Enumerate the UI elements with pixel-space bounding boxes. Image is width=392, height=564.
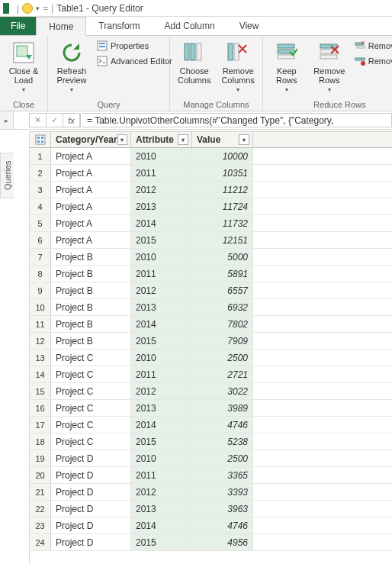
- row-number[interactable]: 17: [30, 417, 51, 433]
- table-row[interactable]: 9Project B20126557: [30, 282, 392, 299]
- cell-value[interactable]: 12151: [192, 232, 253, 248]
- table-row[interactable]: 4Project A201311724: [30, 198, 392, 215]
- cell-value[interactable]: 5891: [192, 266, 253, 282]
- cell-value[interactable]: 10000: [192, 148, 253, 164]
- row-number[interactable]: 24: [30, 534, 51, 550]
- row-number[interactable]: 23: [30, 517, 51, 533]
- row-number[interactable]: 18: [30, 433, 51, 450]
- cell-category[interactable]: Project C: [51, 417, 131, 433]
- advanced-editor-button[interactable]: Advanced Editor: [95, 54, 174, 68]
- remove-duplicates-button[interactable]: Remove D: [353, 39, 392, 53]
- cell-category[interactable]: Project A: [51, 148, 131, 164]
- cell-attribute[interactable]: 2010: [131, 249, 192, 265]
- cell-value[interactable]: 11724: [192, 198, 253, 214]
- cell-attribute[interactable]: 2010: [131, 350, 192, 366]
- cell-attribute[interactable]: 2013: [131, 299, 192, 315]
- cell-category[interactable]: Project B: [51, 316, 131, 332]
- cell-value[interactable]: 6932: [192, 299, 253, 315]
- table-row[interactable]: 16Project C20133989: [30, 400, 392, 417]
- cell-category[interactable]: Project C: [51, 366, 131, 382]
- cell-attribute[interactable]: 2015: [131, 534, 192, 550]
- row-number[interactable]: 4: [30, 198, 51, 214]
- cell-attribute[interactable]: 2015: [131, 232, 192, 248]
- table-row[interactable]: 1Project A201010000: [30, 148, 392, 165]
- row-number[interactable]: 12: [30, 333, 51, 349]
- column-header-category-year[interactable]: Category/Year ▾: [51, 132, 131, 147]
- row-number[interactable]: 7: [30, 249, 51, 265]
- cell-attribute[interactable]: 2014: [131, 215, 192, 231]
- cell-category[interactable]: Project B: [51, 266, 131, 282]
- cell-attribute[interactable]: 2010: [131, 148, 192, 164]
- tab-transform[interactable]: Transform: [86, 17, 152, 35]
- cell-attribute[interactable]: 2011: [131, 266, 192, 282]
- cell-category[interactable]: Project C: [51, 433, 131, 450]
- cell-attribute[interactable]: 2012: [131, 383, 192, 399]
- row-number[interactable]: 8: [30, 266, 51, 282]
- cell-category[interactable]: Project B: [51, 333, 131, 349]
- row-number[interactable]: 5: [30, 215, 51, 231]
- cell-attribute[interactable]: 2013: [131, 198, 192, 214]
- cell-value[interactable]: 3393: [192, 484, 253, 500]
- row-number[interactable]: 1: [30, 148, 51, 164]
- table-row[interactable]: 5Project A201411732: [30, 215, 392, 232]
- cell-attribute[interactable]: 2011: [131, 467, 192, 483]
- properties-button[interactable]: Properties: [95, 39, 174, 53]
- remove-errors-button[interactable]: Remove Er: [353, 54, 392, 68]
- cell-category[interactable]: Project C: [51, 383, 131, 399]
- table-row[interactable]: 3Project A201211212: [30, 182, 392, 198]
- cell-category[interactable]: Project A: [51, 182, 131, 198]
- table-row[interactable]: 8Project B20115891: [30, 266, 392, 282]
- row-number[interactable]: 21: [30, 484, 51, 500]
- cell-value[interactable]: 6557: [192, 282, 253, 298]
- cell-value[interactable]: 11212: [192, 182, 253, 198]
- table-row[interactable]: 19Project D20102500: [30, 450, 392, 467]
- table-row[interactable]: 21Project D20123393: [30, 484, 392, 501]
- row-number[interactable]: 16: [30, 400, 51, 416]
- cell-value[interactable]: 11732: [192, 215, 253, 231]
- row-number[interactable]: 19: [30, 450, 51, 466]
- collapse-nav-icon[interactable]: ▸: [0, 111, 14, 129]
- cell-value[interactable]: 3963: [192, 501, 253, 517]
- cell-category[interactable]: Project C: [51, 350, 131, 366]
- cell-category[interactable]: Project B: [51, 249, 131, 265]
- cell-category[interactable]: Project B: [51, 282, 131, 298]
- queries-pane-tab[interactable]: Queries: [0, 153, 14, 198]
- cell-category[interactable]: Project C: [51, 400, 131, 416]
- table-row[interactable]: 14Project C20112721: [30, 366, 392, 383]
- cell-category[interactable]: Project A: [51, 215, 131, 231]
- cancel-formula-icon[interactable]: ✕: [30, 114, 47, 127]
- tab-view[interactable]: View: [227, 17, 272, 35]
- row-number[interactable]: 13: [30, 350, 51, 366]
- row-number[interactable]: 14: [30, 366, 51, 382]
- cell-value[interactable]: 2500: [192, 350, 253, 366]
- cell-value[interactable]: 3989: [192, 400, 253, 416]
- cell-value[interactable]: 7802: [192, 316, 253, 332]
- cell-attribute[interactable]: 2013: [131, 501, 192, 517]
- table-row[interactable]: 17Project C20144746: [30, 417, 392, 433]
- column-header-value[interactable]: Value ▾: [192, 132, 253, 147]
- table-row[interactable]: 10Project B20136932: [30, 299, 392, 316]
- cell-attribute[interactable]: 2012: [131, 484, 192, 500]
- remove-columns-button[interactable]: Remove Columns ▾: [218, 39, 257, 95]
- cell-attribute[interactable]: 2011: [131, 165, 192, 181]
- cell-value[interactable]: 4746: [192, 417, 253, 433]
- remove-rows-button[interactable]: Remove Rows ▾: [310, 39, 349, 95]
- filter-dropdown-icon[interactable]: ▾: [178, 134, 188, 145]
- cell-category[interactable]: Project D: [51, 467, 131, 483]
- cell-value[interactable]: 2500: [192, 450, 253, 466]
- keep-rows-button[interactable]: Keep Rows ▾: [268, 39, 306, 95]
- cell-attribute[interactable]: 2014: [131, 316, 192, 332]
- table-row[interactable]: 6Project A201512151: [30, 232, 392, 249]
- table-row[interactable]: 13Project C20102500: [30, 350, 392, 366]
- cell-category[interactable]: Project D: [51, 484, 131, 500]
- cell-value[interactable]: 10351: [192, 165, 253, 181]
- close-and-load-button[interactable]: Close & Load ▾: [5, 39, 43, 95]
- cell-attribute[interactable]: 2012: [131, 182, 192, 198]
- row-number[interactable]: 2: [30, 165, 51, 181]
- cell-category[interactable]: Project D: [51, 517, 131, 533]
- cell-value[interactable]: 5238: [192, 433, 253, 450]
- choose-columns-button[interactable]: Choose Columns: [175, 39, 214, 86]
- table-row[interactable]: 11Project B20147802: [30, 316, 392, 333]
- cell-category[interactable]: Project A: [51, 232, 131, 248]
- cell-attribute[interactable]: 2010: [131, 450, 192, 466]
